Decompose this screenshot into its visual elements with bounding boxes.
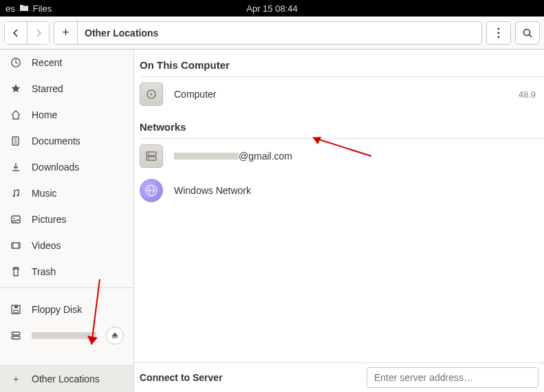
- sidebar-item-label: Other Locations: [32, 373, 124, 384]
- sidebar-item-label: Starred: [32, 83, 124, 94]
- row-network-windows[interactable]: Windows Network: [134, 173, 544, 208]
- network-icon: [140, 179, 163, 202]
- row-label: @gmail.com: [174, 151, 538, 162]
- sidebar-item-label: Downloads: [32, 162, 124, 173]
- music-icon: [10, 188, 22, 199]
- sidebar-item-starred[interactable]: Starred: [0, 76, 133, 102]
- forward-button[interactable]: [27, 22, 49, 44]
- svg-point-23: [13, 337, 14, 338]
- search-button[interactable]: [515, 21, 540, 45]
- svg-point-10: [12, 195, 14, 197]
- sidebar-item-label: Videos: [32, 240, 124, 251]
- sidebar-item-music[interactable]: Music: [0, 180, 133, 206]
- documents-icon: [10, 135, 22, 146]
- sidebar-item-trash[interactable]: Trash: [0, 259, 133, 285]
- connect-label: Connect to Server: [140, 372, 223, 383]
- sidebar-item-videos[interactable]: Videos: [0, 232, 133, 259]
- svg-point-22: [13, 333, 14, 334]
- server-icon: [140, 144, 163, 168]
- back-button[interactable]: [5, 22, 27, 44]
- sidebar-item-label: Recent: [32, 57, 124, 68]
- sidebar-item-downloads[interactable]: Downloads: [0, 154, 133, 180]
- menu-button[interactable]: [486, 21, 511, 45]
- home-icon: [10, 109, 22, 120]
- sidebar-item-label: Music: [32, 188, 124, 199]
- svg-line-4: [530, 34, 532, 37]
- section-title-computer: On This Computer: [134, 50, 544, 76]
- sidebar-mount-gmail[interactable]: 35…: [0, 323, 133, 349]
- clock-icon: [10, 57, 22, 68]
- svg-rect-20: [12, 332, 20, 335]
- svg-point-29: [148, 158, 149, 160]
- topbar-app-fragment: es: [6, 3, 15, 14]
- svg-point-13: [14, 218, 15, 219]
- pathbar[interactable]: + Other Locations: [54, 21, 482, 45]
- row-label: Computer: [174, 89, 508, 100]
- floppy-icon: [10, 304, 22, 315]
- star-icon: [10, 83, 22, 94]
- row-computer[interactable]: Computer 48.9: [134, 77, 544, 111]
- sidebar-item-documents[interactable]: Documents: [0, 128, 133, 154]
- section-title-networks: Networks: [134, 111, 544, 138]
- svg-point-11: [17, 194, 19, 196]
- pictures-icon: [10, 214, 22, 225]
- window-header: + Other Locations: [0, 17, 544, 50]
- row-meta: 48.9: [519, 89, 538, 100]
- server-address-input[interactable]: [367, 367, 538, 388]
- sidebar-item-pictures[interactable]: Pictures: [0, 206, 133, 232]
- topbar-app-label: Files: [33, 3, 52, 14]
- svg-point-1: [498, 32, 500, 34]
- trash-icon: [10, 266, 22, 277]
- sidebar-item-label: Floppy Disk: [32, 304, 124, 315]
- drive-icon: [140, 83, 163, 106]
- download-icon: [10, 162, 22, 173]
- path-label: Other Locations: [78, 22, 481, 44]
- sidebar-item-home[interactable]: Home: [0, 102, 133, 128]
- row-network-gmail[interactable]: @gmail.com: [134, 139, 544, 173]
- sidebar-item-label: Trash: [32, 266, 124, 277]
- plus-icon: +: [54, 22, 78, 44]
- os-topbar: es Files Apr 15 08:44: [0, 0, 544, 17]
- sidebar-mount-floppy[interactable]: Floppy Disk: [0, 296, 133, 323]
- svg-rect-18: [14, 310, 18, 313]
- topbar-clock: Apr 15 08:44: [246, 3, 297, 14]
- sidebar-item-label: 35…: [32, 330, 96, 341]
- plus-icon: +: [10, 373, 22, 384]
- svg-point-2: [498, 36, 500, 38]
- svg-point-0: [498, 28, 500, 30]
- connect-to-server-bar: Connect to Server: [134, 362, 544, 392]
- svg-rect-21: [12, 336, 20, 339]
- sidebar-item-label: Documents: [32, 135, 124, 146]
- svg-point-25: [151, 94, 153, 96]
- eject-button[interactable]: [106, 327, 124, 345]
- sidebar-other-locations[interactable]: + Other Locations: [0, 366, 133, 392]
- nav-buttons: [4, 21, 50, 45]
- sidebar-item-recent[interactable]: Recent: [0, 50, 133, 76]
- svg-rect-19: [14, 306, 18, 308]
- row-label: Windows Network: [174, 185, 538, 196]
- server-icon: [10, 330, 22, 341]
- svg-point-3: [524, 29, 530, 35]
- sidebar-item-label: Pictures: [32, 214, 124, 225]
- svg-point-28: [148, 153, 149, 155]
- folder-icon: [19, 3, 29, 13]
- sidebar-item-label: Home: [32, 109, 124, 120]
- main-content: On This Computer Computer 48.9 Networks …: [134, 50, 544, 392]
- sidebar: Recent Starred Home Documents Downloads …: [0, 50, 134, 392]
- videos-icon: [10, 240, 22, 251]
